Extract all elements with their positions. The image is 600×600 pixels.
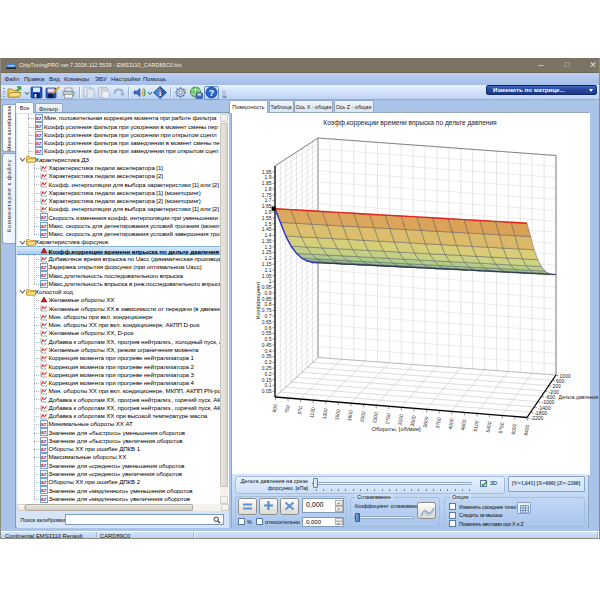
svg-text:0.25: 0.25: [262, 365, 272, 371]
svg-text:Дельта давления: Дельта давления: [559, 394, 599, 400]
svg-text:0.3: 0.3: [265, 359, 272, 365]
svg-text:1.25: 1.25: [262, 249, 272, 255]
svg-text:1.15: 1.15: [262, 261, 272, 267]
svg-text:1.85: 1.85: [262, 180, 272, 186]
svg-text:0.95: 0.95: [262, 284, 272, 290]
svg-text:3100: 3100: [396, 414, 404, 426]
svg-text:1.65: 1.65: [262, 203, 272, 209]
svg-text:1.95: 1.95: [262, 169, 272, 175]
svg-text:4000: 4000: [447, 418, 455, 430]
svg-text:0.4: 0.4: [265, 348, 272, 354]
svg-text:1130: 1130: [308, 406, 316, 418]
svg-text:1.8: 1.8: [265, 186, 272, 192]
svg-text:1.2: 1.2: [265, 255, 272, 261]
svg-text:0.5: 0.5: [265, 336, 272, 342]
svg-text:1: 1: [269, 278, 272, 284]
svg-text:5400: 5400: [485, 421, 493, 433]
svg-text:0.85: 0.85: [262, 296, 272, 302]
svg-text:1.75: 1.75: [262, 192, 272, 198]
svg-text:4600: 4600: [459, 419, 467, 431]
svg-text:0.6: 0.6: [265, 325, 272, 331]
svg-text:5100: 5100: [472, 420, 480, 432]
svg-text:Коэффициент: Коэффициент: [255, 281, 261, 319]
svg-text:3500: 3500: [409, 415, 417, 427]
svg-text:3600: 3600: [422, 416, 430, 428]
svg-text:6000: 6000: [510, 423, 518, 435]
svg-text:0.05: 0.05: [262, 388, 272, 394]
svg-text:1.3: 1.3: [265, 244, 272, 250]
svg-text:1.9: 1.9: [265, 174, 272, 180]
svg-text:Обороты, [об/мин]: Обороты, [об/мин]: [371, 426, 421, 432]
svg-text:6400: 6400: [522, 424, 530, 436]
svg-text:1.1: 1.1: [265, 267, 272, 273]
svg-text:0.65: 0.65: [262, 319, 272, 325]
svg-text:0.45: 0.45: [262, 342, 272, 348]
svg-text:0.8: 0.8: [265, 301, 272, 307]
svg-text:0.75: 0.75: [262, 307, 272, 313]
svg-text:1.4: 1.4: [265, 232, 272, 238]
svg-text:1.45: 1.45: [262, 226, 272, 232]
svg-text:0.15: 0.15: [262, 377, 272, 383]
svg-text:3750: 3750: [434, 417, 442, 429]
svg-text:0.9: 0.9: [265, 290, 272, 296]
svg-text:0.2: 0.2: [265, 371, 272, 377]
svg-text:Коэфф.коррекции времени впрыск: Коэфф.коррекции времени впрыска по дельт…: [323, 119, 497, 127]
svg-text:1.5: 1.5: [265, 221, 272, 227]
svg-text:600: 600: [271, 403, 278, 412]
svg-text:1.55: 1.55: [262, 215, 272, 221]
svg-text:2000: 2000: [359, 411, 367, 423]
svg-text:750: 750: [283, 404, 290, 413]
svg-text:0.35: 0.35: [262, 353, 272, 359]
svg-text:1.35: 1.35: [262, 238, 272, 244]
svg-text:5750: 5750: [497, 422, 505, 434]
svg-text:2300: 2300: [371, 412, 379, 424]
svg-text:2750: 2750: [384, 413, 392, 425]
svg-text:1300: 1300: [321, 407, 329, 419]
svg-text:1.05: 1.05: [262, 273, 272, 279]
svg-text:0.7: 0.7: [265, 313, 272, 319]
svg-text:-2200: -2200: [531, 415, 544, 421]
svg-text:0.1: 0.1: [265, 382, 272, 388]
svg-text:1.7: 1.7: [265, 197, 272, 203]
svg-text:870: 870: [296, 405, 303, 414]
svg-text:1500: 1500: [333, 408, 341, 420]
svg-text:0.55: 0.55: [262, 330, 272, 336]
svg-text:1.6: 1.6: [265, 209, 272, 215]
svg-text:1600: 1600: [346, 409, 354, 421]
